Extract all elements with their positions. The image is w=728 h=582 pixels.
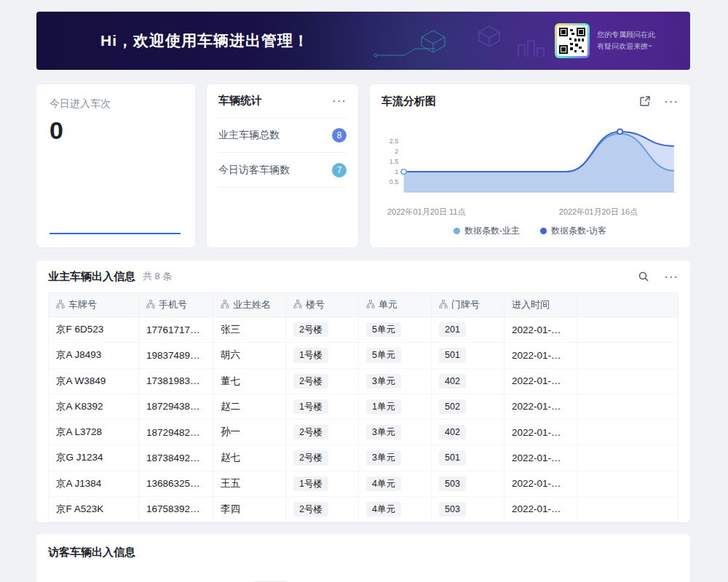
cell-building: 2号楼 <box>286 496 359 522</box>
cell-time: 2022-01-… <box>505 496 577 522</box>
svg-text:1: 1 <box>395 168 398 175</box>
qr-code <box>555 23 590 58</box>
cell-phone: 13686325… <box>139 471 213 496</box>
table-row[interactable]: 京F A523K16758392…李四2号楼4单元5032022-01-… <box>49 496 678 522</box>
record-count: 共 8 条 <box>143 270 172 283</box>
export-icon[interactable] <box>639 95 651 107</box>
table-row[interactable]: 京A L372818729482…孙一2号楼3单元4022022-01-… <box>49 420 678 445</box>
cell-door: 503 <box>432 471 505 496</box>
column-header-door[interactable]: 门牌号 <box>432 293 505 317</box>
cell-unit: 1单元 <box>359 394 432 419</box>
filler-cell <box>577 368 678 394</box>
owner-table-body: 京F 6D52317761717…张三2号楼5单元2012022-01-…京A … <box>49 317 678 522</box>
cell-building: 1号楼 <box>286 394 359 419</box>
cell-phone: 16758392… <box>139 496 213 522</box>
cell-building: 2号楼 <box>286 420 359 445</box>
column-header-unit[interactable]: 单元 <box>359 293 432 317</box>
filler-cell <box>577 394 678 419</box>
cell-building: 1号楼 <box>286 343 359 368</box>
stat-sparkline <box>50 233 181 234</box>
cell-time: 2022-01-… <box>505 394 577 419</box>
x-axis-labels: 2022年01月20日 11点 2022年01月20日 16点 <box>381 207 678 218</box>
door-tag: 402 <box>439 374 466 388</box>
table-row[interactable]: 京A K839218729438…赵二1号楼1单元5022022-01-… <box>49 394 678 419</box>
unit-tag: 3单元 <box>366 374 401 388</box>
cell-door: 501 <box>432 343 505 368</box>
qr-pattern-icon <box>559 28 585 54</box>
dashboard-page: Hi，欢迎使用车辆进出管理！ <box>0 0 728 582</box>
table-row[interactable]: 京A W384917381983…董七2号楼3单元4022022-01-… <box>49 368 678 394</box>
legend-dot <box>540 228 547 234</box>
cell-unit: 4单元 <box>359 496 432 522</box>
legend-dot <box>454 228 460 234</box>
column-header-building[interactable]: 楼号 <box>286 293 359 317</box>
unit-tag: 3单元 <box>366 450 401 465</box>
cell-building: 1号楼 <box>286 471 359 496</box>
cell-plate: 京A J1384 <box>49 471 139 496</box>
filler-cell <box>577 343 678 368</box>
cell-building: 2号楼 <box>286 317 359 343</box>
visitor-table-title: 访客车辆出入信息 <box>48 546 678 559</box>
column-header-time[interactable]: 进入时间 <box>505 293 577 317</box>
cell-time: 2022-01-… <box>505 420 577 445</box>
cell-owner: 李四 <box>213 496 286 522</box>
legend-item-owner[interactable]: 数据条数-业主 <box>454 225 520 237</box>
building-tag: 1号楼 <box>293 399 328 414</box>
door-tag: 201 <box>439 322 466 337</box>
door-tag: 501 <box>439 450 466 465</box>
cell-time: 2022-01-… <box>505 317 577 343</box>
building-tag: 1号楼 <box>293 348 328 362</box>
cell-door: 502 <box>432 394 505 419</box>
flow-chart-title: 车流分析图 <box>381 95 436 108</box>
owner-table: 车牌号 手机号 业主姓名 楼号 单元 门牌号 进入时间 京F 6D5231776… <box>48 292 678 522</box>
table-row[interactable]: 京G J123418738492…赵七2号楼3单元5012022-01-… <box>49 445 678 471</box>
cell-owner: 赵七 <box>213 445 286 471</box>
field-type-icon <box>366 300 375 308</box>
cell-plate: 京F A523K <box>49 496 139 522</box>
building-tag: 2号楼 <box>293 322 328 337</box>
more-menu-icon[interactable]: ··· <box>332 95 347 107</box>
more-menu-icon[interactable]: ··· <box>664 271 678 283</box>
table-row[interactable]: 京A J138413686325…王五1号楼4单元5032022-01-… <box>49 471 678 496</box>
x-axis-label-end: 2022年01月20日 16点 <box>559 207 638 218</box>
welcome-banner: Hi，欢迎使用车辆进出管理！ <box>36 12 690 70</box>
table-row[interactable]: 京F 6D52317761717…张三2号楼5单元2012022-01-… <box>49 317 678 343</box>
stat-item-visitor-today: 今日访客车辆数 7 <box>218 153 347 188</box>
unit-tag: 4单元 <box>366 477 401 491</box>
cell-owner: 胡六 <box>213 343 286 368</box>
cell-unit: 3单元 <box>359 368 432 394</box>
legend-label: 数据条数-业主 <box>464 225 520 237</box>
table-row[interactable]: 京A J849319837489…胡六1号楼5单元5012022-01-… <box>49 343 678 368</box>
chart-legend: 数据条数-业主 数据条数-访客 <box>381 225 678 237</box>
door-tag: 502 <box>439 399 466 414</box>
column-header-owner[interactable]: 业主姓名 <box>213 293 286 317</box>
cell-owner: 王五 <box>213 471 286 496</box>
flow-chart-card: 车流分析图 ··· 0.511.522.5 2022年01月20日 11点 20… <box>370 84 690 247</box>
cell-time: 2022-01-… <box>505 368 577 394</box>
cell-plate: 京F 6D523 <box>49 317 139 343</box>
cell-unit: 4单元 <box>359 471 432 496</box>
cell-door: 402 <box>432 368 505 394</box>
cell-phone: 18729438… <box>139 394 213 419</box>
qr-caption-line2: 有疑问欢迎来撩~ <box>597 41 655 52</box>
legend-item-visitor[interactable]: 数据条数-访客 <box>540 225 606 237</box>
banner-title: Hi，欢迎使用车辆进出管理！ <box>100 31 309 51</box>
table-header-row: 车牌号 手机号 业主姓名 楼号 单元 门牌号 进入时间 <box>49 293 678 317</box>
unit-tag: 5单元 <box>366 348 401 362</box>
cell-door: 201 <box>432 317 505 343</box>
today-entries-card: 今日进入车次 0 <box>36 84 195 247</box>
field-type-icon <box>221 300 229 308</box>
cell-unit: 3单元 <box>359 445 432 471</box>
filler-cell <box>577 471 678 496</box>
search-icon[interactable] <box>638 271 649 282</box>
building-tag: 2号楼 <box>293 374 328 388</box>
column-header-plate[interactable]: 车牌号 <box>49 293 139 317</box>
cell-unit: 5单元 <box>359 343 432 368</box>
column-header-phone[interactable]: 手机号 <box>139 293 213 317</box>
cell-owner: 董七 <box>213 368 286 394</box>
stat-badge: 8 <box>332 128 347 143</box>
cell-phone: 19837489… <box>139 343 213 368</box>
stat-item-owner-total: 业主车辆总数 8 <box>218 118 347 153</box>
owner-table-title: 业主车辆出入信息 <box>48 270 135 284</box>
more-menu-icon[interactable]: ··· <box>664 95 678 108</box>
